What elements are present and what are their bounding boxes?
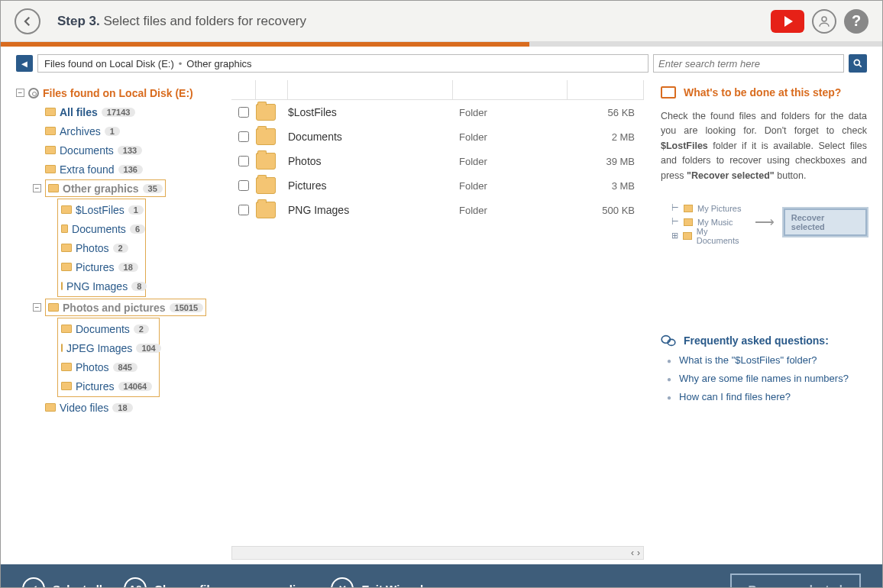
help-button[interactable]: ? — [844, 9, 868, 34]
tree-item[interactable]: Pictures14064 — [61, 376, 159, 396]
tree-item[interactable]: Photos845 — [61, 357, 159, 376]
faq-link[interactable]: How can I find files here? — [667, 391, 867, 405]
tree-item-extra-found[interactable]: Extra found136 — [33, 160, 218, 179]
breadcrumb-current[interactable]: Other graphics — [186, 58, 251, 69]
folder-icon — [256, 104, 276, 121]
back-button[interactable] — [15, 8, 40, 34]
horizontal-scrollbar[interactable]: ‹ › — [231, 546, 644, 560]
list-item[interactable]: $LostFiles Folder 56 KB — [231, 100, 644, 124]
list-header — [231, 80, 644, 100]
disk-icon — [28, 88, 39, 99]
folder-icon — [61, 244, 72, 252]
scroll-right-icon[interactable]: › — [637, 548, 640, 558]
page-title: Step 3. Select files and folders for rec… — [57, 14, 306, 29]
select-checkbox[interactable] — [238, 180, 249, 191]
search-input[interactable] — [653, 54, 844, 73]
folder-icon — [61, 325, 72, 333]
youtube-icon[interactable] — [771, 10, 804, 33]
folder-icon — [256, 153, 276, 170]
book-icon — [661, 86, 676, 99]
folder-icon — [61, 363, 72, 371]
folder-icon — [45, 146, 56, 154]
tree-item-lostfiles[interactable]: $LostFiles1 — [61, 200, 145, 219]
faq-icon — [661, 334, 676, 347]
svg-point-0 — [822, 17, 826, 21]
close-icon: ✕ — [331, 577, 354, 588]
change-encoding-button[interactable]: Aß Change file names encoding — [124, 577, 309, 588]
tree-pane: − Files found on Local Disk (E:) All fil… — [1, 79, 222, 564]
tree-item[interactable]: Documents2 — [61, 319, 159, 338]
folder-icon — [45, 127, 56, 135]
tree-item-photos-and-pictures[interactable]: − Photos and pictures 15015 — [33, 298, 218, 317]
tree-item[interactable]: Pictures18 — [61, 257, 145, 276]
faq-title: Frequently asked questions: — [684, 334, 829, 347]
breadcrumb-root[interactable]: Files found on Local Disk (E:) — [44, 58, 174, 69]
help-title: What's to be done at this step? — [684, 86, 841, 99]
svg-point-1 — [854, 60, 859, 65]
folder-icon — [256, 202, 276, 218]
tree-item[interactable]: PNG Images8 — [61, 276, 145, 296]
scroll-left-icon[interactable]: ‹ — [631, 548, 634, 558]
folder-icon — [61, 225, 68, 233]
faq-link[interactable]: What is the "$LostFiles" folder? — [667, 354, 867, 368]
select-all-button[interactable]: ✓ Select all — [22, 577, 102, 588]
tree-item-archives[interactable]: Archives1 — [33, 121, 218, 141]
encoding-icon: Aß — [124, 577, 147, 588]
folder-icon — [48, 184, 59, 192]
tree-item[interactable]: JPEG Images104 — [61, 338, 159, 357]
breadcrumb[interactable]: Files found on Local Disk (E:) • Other g… — [37, 54, 649, 73]
checkbox-icon: ✓ — [22, 577, 45, 588]
tree-item-other-graphics[interactable]: − Other graphics 35 — [33, 179, 218, 198]
collapse-icon[interactable]: − — [16, 89, 24, 97]
list-item[interactable]: Documents Folder 2 MB — [231, 124, 644, 149]
tree-item[interactable]: Documents6 — [61, 219, 145, 238]
help-body: Check the found files and folders for th… — [661, 109, 867, 183]
tree-item[interactable]: Photos2 — [61, 238, 145, 257]
collapse-icon[interactable]: − — [33, 184, 41, 192]
search-button[interactable] — [849, 54, 867, 73]
recover-selected-button[interactable]: Recover selected — [730, 573, 861, 589]
account-button[interactable] — [812, 9, 836, 34]
svg-point-2 — [661, 335, 670, 343]
help-pane: What's to be done at this step? Check th… — [653, 79, 882, 564]
folder-icon — [256, 177, 276, 194]
folder-icon — [61, 382, 72, 390]
tree-item-video-files[interactable]: Video files18 — [33, 398, 218, 417]
folder-icon — [61, 282, 63, 290]
tree-item-documents[interactable]: Documents133 — [33, 141, 218, 160]
folder-icon — [45, 165, 56, 173]
tree-item-all-files[interactable]: All files 17143 — [33, 102, 218, 121]
folder-icon — [61, 344, 63, 352]
select-checkbox[interactable] — [238, 131, 249, 142]
file-list-pane: $LostFiles Folder 56 KB Documents Folder… — [222, 79, 653, 564]
folder-icon — [61, 263, 72, 271]
folder-icon — [61, 205, 72, 214]
select-checkbox[interactable] — [238, 107, 249, 118]
breadcrumb-back-button[interactable]: ◄ — [16, 55, 33, 72]
select-checkbox[interactable] — [238, 205, 249, 215]
progress-bar — [1, 42, 882, 47]
list-item[interactable]: Photos Folder 39 MB — [231, 149, 644, 173]
hint-illustration: ⊢My Pictures ⊢My Music ⊞My Documents ⟶ R… — [671, 202, 867, 243]
tree-root[interactable]: − Files found on Local Disk (E:) — [16, 83, 218, 102]
collapse-icon[interactable]: − — [33, 303, 41, 312]
folder-icon — [48, 303, 59, 312]
folder-icon — [45, 403, 56, 412]
folder-icon — [256, 128, 276, 145]
list-item[interactable]: Pictures Folder 3 MB — [231, 173, 644, 198]
select-checkbox[interactable] — [238, 156, 249, 166]
exit-wizard-button[interactable]: ✕ Exit Wizard — [331, 577, 423, 588]
list-item[interactable]: PNG Images Folder 500 KB — [231, 198, 644, 222]
folder-icon — [45, 108, 56, 116]
faq-link[interactable]: Why are some file names in numbers? — [667, 373, 867, 386]
